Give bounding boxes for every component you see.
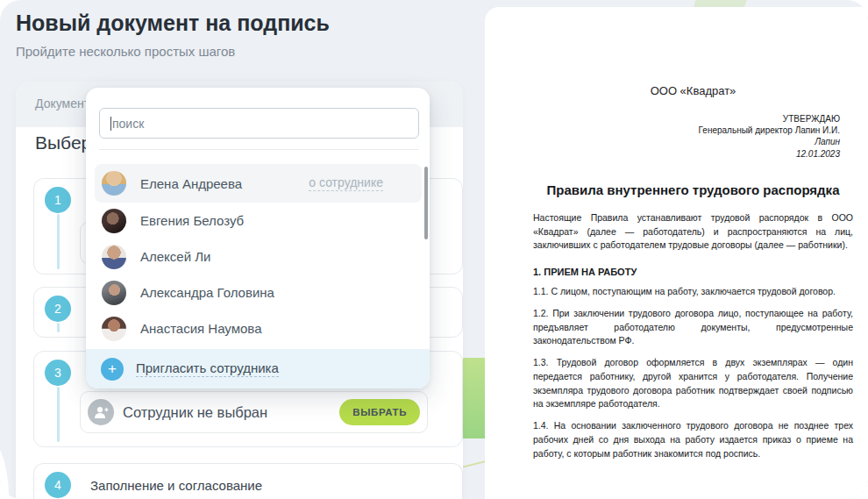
app-window: Новый документ на подпись Пройдите неско…: [0, 0, 868, 499]
choose-employee-button[interactable]: ВЫБРАТЬ: [339, 399, 420, 425]
employee-row[interactable]: Александра Головина: [95, 274, 422, 310]
step-connector-line: [57, 214, 60, 269]
document-clause: 1.4. На основании заключенного трудового…: [533, 419, 853, 460]
avatar: [102, 171, 126, 196]
step-card-4: 4 Заполнение и согласование: [33, 463, 463, 499]
green-decoration-middle: [461, 358, 487, 438]
step-number-badge: 1: [45, 187, 71, 213]
step-label: Заполнение и согласование: [90, 478, 262, 493]
employee-name: Алексей Ли: [140, 249, 210, 264]
white-decoration-corner: [0, 437, 9, 499]
employee-name: Елена Андреева: [140, 176, 242, 191]
dropdown-divider: [99, 149, 419, 150]
document-clause: 1.3. Трудовой договор оформляется в двух…: [533, 356, 853, 411]
page-title: Новый документ на подпись: [16, 11, 330, 36]
avatar: [102, 209, 126, 233]
step-connector-line: [57, 387, 60, 442]
invite-employee-button[interactable]: + Пригласить сотрудника: [86, 349, 430, 389]
avatar: [102, 317, 126, 341]
avatar: [102, 281, 126, 305]
page-subtitle: Пройдите несколько простых шагов: [16, 44, 235, 59]
document-section-heading: 1. ПРИЕМ НА РАБОТУ: [533, 267, 853, 277]
approval-signature: Лапин: [533, 136, 840, 147]
employee-not-selected-text: Сотрудник не выбран: [123, 404, 267, 421]
document-clause: 1.2. При заключении трудового договора л…: [533, 307, 853, 348]
document-company: ООО «Квадрат»: [533, 84, 853, 97]
text-caret: [110, 117, 111, 131]
tab-document[interactable]: Документ: [35, 96, 89, 110]
search-input[interactable]: поиск: [99, 108, 419, 139]
approval-line: Генеральный директор Лапин И.И.: [533, 125, 840, 136]
about-employee-link[interactable]: о сотруднике: [309, 175, 383, 191]
step-number-badge: 3: [45, 360, 71, 386]
employee-row[interactable]: Елена Андреева о сотруднике: [95, 164, 422, 203]
step-connector-line: [57, 323, 60, 332]
employee-select-subcard: Сотрудник не выбран ВЫБРАТЬ: [80, 391, 428, 433]
document-preview-panel: ООО «Квадрат» УТВЕРЖДАЮ Генеральный дире…: [485, 7, 868, 499]
step-number-badge: 4: [45, 472, 71, 498]
approval-line: УТВЕРЖДАЮ: [533, 113, 840, 125]
document-approval-block: УТВЕРЖДАЮ Генеральный директор Лапин И.И…: [533, 113, 840, 160]
avatar: [102, 245, 126, 269]
document-intro: Настоящие Правила устанавливают трудовой…: [533, 211, 853, 253]
employee-name: Евгения Белозуб: [140, 213, 244, 228]
document-page: ООО «Квадрат» УТВЕРЖДАЮ Генеральный дире…: [533, 84, 853, 460]
search-placeholder: поиск: [112, 117, 144, 131]
employee-list: Елена Андреева о сотруднике Евгения Бело…: [95, 164, 422, 346]
step-number-badge: 2: [45, 296, 71, 322]
employee-dropdown: поиск Елена Андреева о сотруднике Евгени…: [86, 88, 430, 389]
employee-row[interactable]: Анастасия Наумова: [95, 310, 422, 346]
employee-name: Александра Головина: [140, 285, 274, 300]
document-clause: 1.1. С лицом, поступающим на работу, зак…: [533, 285, 853, 299]
dropdown-scrollbar[interactable]: [424, 167, 428, 239]
document-title: Правила внутреннего трудового распорядка: [533, 182, 853, 197]
employee-row[interactable]: Алексей Ли: [95, 239, 422, 274]
employee-row[interactable]: Евгения Белозуб: [95, 203, 422, 239]
approval-date: 12.01.2023: [533, 148, 840, 160]
invite-employee-label: Пригласить сотрудника: [136, 360, 279, 377]
add-person-icon: [88, 399, 114, 425]
plus-icon: +: [101, 358, 124, 381]
employee-name: Анастасия Наумова: [140, 321, 261, 336]
